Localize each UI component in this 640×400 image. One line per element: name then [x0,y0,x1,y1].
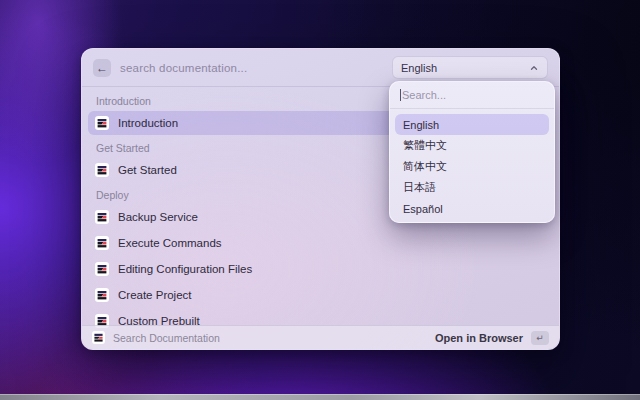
zeabur-logo-icon [95,163,109,177]
language-option-english[interactable]: English [395,114,549,135]
enter-key-icon: ↵ [536,333,544,343]
language-option-simplified-chinese[interactable]: 简体中文 [395,156,549,177]
language-select[interactable]: English [392,56,548,79]
search-input[interactable]: search documentation... [120,62,383,74]
list-item-label: Get Started [118,164,177,176]
zeabur-logo-icon [92,331,105,344]
back-arrow-icon: ← [96,62,108,74]
dropdown-options: English 繁體中文 简体中文 日本語 Español [390,109,554,223]
list-item-label: Editing Configuration Files [118,263,252,275]
zeabur-logo-icon [95,116,109,130]
list-item-create-project[interactable]: Create Project [88,283,553,307]
chevron-up-icon [529,63,539,73]
search-documentation-window: ← search documentation... English Introd… [81,48,560,350]
language-select-value: English [401,62,437,74]
list-item-label: Create Project [118,289,192,301]
language-option-traditional-chinese[interactable]: 繁體中文 [395,135,549,156]
language-option-spanish[interactable]: Español [395,198,549,219]
list-item-label: Execute Commands [118,237,222,249]
dropdown-search-row[interactable]: Search... [390,82,554,108]
enter-key-badge: ↵ [531,331,549,345]
list-item-label: Backup Service [118,211,198,223]
list-item-execute-commands[interactable]: Execute Commands [88,231,553,255]
text-cursor [400,89,401,101]
list-item-editing-configuration-files[interactable]: Editing Configuration Files [88,257,553,281]
language-dropdown-panel: Search... English 繁體中文 简体中文 日本語 Español [389,81,555,223]
status-footer: Search Documentation Open in Browser ↵ [82,325,559,349]
open-in-browser-button[interactable]: Open in Browser [435,332,523,344]
back-button[interactable]: ← [93,59,111,77]
zeabur-logo-icon [95,236,109,250]
list-item-label: Introduction [118,117,178,129]
zeabur-logo-icon [95,288,109,302]
zeabur-logo-icon [95,210,109,224]
background-dock-strip [0,394,640,400]
language-option-japanese[interactable]: 日本語 [395,177,549,198]
footer-title: Search Documentation [113,332,427,344]
zeabur-logo-icon [95,262,109,276]
dropdown-search-input[interactable]: Search... [402,89,446,101]
